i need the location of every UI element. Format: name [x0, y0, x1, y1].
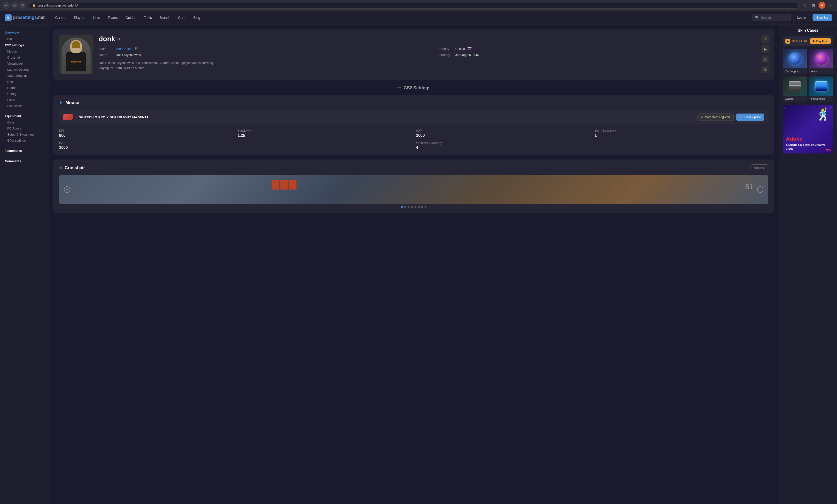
dpi-label: DPI	[59, 129, 233, 132]
team-value[interactable]: Team Spirit	[116, 47, 131, 51]
nav-tools[interactable]: Tools	[141, 14, 155, 21]
sidebar-hud[interactable]: Hud	[0, 79, 48, 85]
lock-icon: 🔒	[32, 4, 36, 7]
ad-character: 🕺	[816, 107, 831, 122]
star-button[interactable]: ☆	[801, 2, 808, 9]
ad-banner[interactable]: ℹ ✕ 🕺 Adobe Students save 70% on Creativ…	[783, 105, 833, 154]
search-box[interactable]: 🔍	[752, 14, 791, 21]
aces-case-image	[809, 49, 833, 68]
twitch-icon[interactable]: ▶	[762, 45, 769, 53]
mouse-stats-grid-2: Hz 1000 Windows Sensitivity 4	[59, 141, 768, 150]
logitech-icon: ⊙	[701, 115, 704, 119]
profile-card: BetBoom donk Team Team Spirit 🏴 Coun	[53, 29, 774, 80]
sidebar-teammates[interactable]: Teammates	[0, 147, 48, 154]
cfs-logo: cfs	[397, 86, 402, 90]
mouse-product-actions: ⊙ More from Logitech 🛒 Check price	[697, 113, 764, 121]
mouse-product-image	[63, 114, 73, 120]
back-button[interactable]: ←	[3, 2, 10, 9]
crosshair-title: ⊕ Crosshair	[59, 165, 85, 170]
more-from-logitech-button[interactable]: ⊙ More from Logitech	[697, 113, 734, 121]
sidebar-video-settings[interactable]: Video Settings	[0, 73, 48, 79]
slide-dot-2[interactable]	[404, 206, 406, 208]
sidebar-bio[interactable]: Bio	[0, 36, 48, 42]
search-input[interactable]	[761, 16, 785, 19]
slide-dot-6[interactable]	[418, 206, 420, 208]
sidebar-cs2-settings[interactable]: CS2 settings	[0, 42, 48, 49]
skin-case-cyborg[interactable]: Cyborg	[783, 76, 807, 102]
player-name: donk	[99, 35, 115, 43]
instagram-icon[interactable]: □	[762, 55, 769, 63]
sidebar-pc-specs[interactable]: PC Specs	[0, 125, 48, 131]
sidebar-section-overview: Overview Bio CS2 settings Mouse Crosshai…	[0, 29, 48, 109]
sidebar-launch-options[interactable]: Launch Options	[0, 67, 48, 73]
slide-dot-7[interactable]	[421, 206, 423, 208]
forward-button[interactable]: →	[11, 2, 18, 9]
mouse-title: 🖱 Mouse	[59, 100, 79, 105]
twitter-icon[interactable]: 𝕏	[762, 35, 769, 43]
nav-blog[interactable]: Blog	[190, 14, 203, 21]
prosettings-chest	[815, 81, 827, 91]
slide-dot-4[interactable]	[411, 206, 413, 208]
check-price-button[interactable]: 🛒 Check price	[736, 113, 764, 121]
user-avatar-button[interactable]: A	[819, 2, 825, 9]
nav-players[interactable]: Players	[70, 14, 89, 21]
crosshair-header: ⊕ Crosshair Copy ⧉	[59, 164, 768, 171]
sidebar-crosshair[interactable]: Crosshair	[0, 54, 48, 60]
sidebar-gear[interactable]: Gear	[0, 119, 48, 125]
sidebar-config[interactable]: Config	[0, 91, 48, 97]
name-value: Danil Kryshkovets	[116, 53, 141, 57]
sidebar-viewmodel[interactable]: Viewmodel	[0, 60, 48, 67]
menu-button[interactable]: ⋮	[827, 2, 834, 9]
meta-country: Country Russia 🇷🇺	[438, 47, 768, 51]
refresh-button[interactable]: ↻	[19, 2, 26, 9]
player-silhouette: BetBoom	[61, 37, 91, 74]
sidebar-gpu-settings[interactable]: GPU settings	[0, 138, 48, 144]
steam-icon[interactable]: ⊛	[762, 66, 769, 73]
extensions-button[interactable]: ⊡	[810, 2, 817, 9]
sidebar-radar[interactable]: Radar	[0, 85, 48, 91]
crosshair-dot	[67, 189, 68, 190]
windows-sensitivity-label: Windows Sensitivity	[416, 141, 768, 145]
ad-close-button[interactable]: ✕	[830, 107, 832, 110]
skin-case-prosettings[interactable]: ProSettings	[809, 76, 833, 102]
slide-dot-3[interactable]	[408, 206, 410, 208]
sidebar-equipment[interactable]: Equipment	[0, 113, 48, 119]
url-text: prosettings.net/players/donk/	[38, 4, 78, 7]
sidebar-mouse[interactable]: Mouse	[0, 49, 48, 54]
slide-dot-8[interactable]	[425, 206, 427, 208]
signup-button[interactable]: Sign Up	[813, 14, 832, 21]
copy-button[interactable]: Copy ⧉	[750, 164, 768, 171]
clash-logo: ◆ CLASH.GG	[785, 39, 807, 43]
play-free-button[interactable]: ▶ Play Free	[810, 38, 831, 44]
sidebar-skins[interactable]: Skins	[0, 97, 48, 103]
cs2-settings-title: CS2 Settings	[404, 86, 431, 91]
sapphire-case-image	[783, 49, 807, 68]
nav-brands[interactable]: Brands	[156, 14, 174, 21]
cyborg-chest	[789, 81, 801, 91]
clash-icon: ◆	[785, 39, 790, 43]
logo-icon: ⚙	[5, 14, 12, 21]
ad-info-icon[interactable]: ℹ	[784, 107, 785, 109]
player-name-row: donk	[99, 35, 768, 43]
logo[interactable]: ⚙ prosettings.net	[5, 14, 44, 21]
sidebar-overview[interactable]: Overview	[0, 29, 48, 36]
sidebar-comments[interactable]: Comments	[0, 158, 48, 164]
nav-teams[interactable]: Teams	[104, 14, 121, 21]
skin-case-aces[interactable]: Aces	[809, 49, 833, 74]
nav-gear[interactable]: Gear	[175, 14, 189, 21]
sidebar-setup-streaming[interactable]: Setup & Streaming	[0, 131, 48, 138]
nav-games[interactable]: Games	[52, 14, 70, 21]
skin-case-sapphire[interactable]: 5% Sapphire	[783, 49, 807, 74]
nav-lists[interactable]: Lists	[90, 14, 103, 21]
slide-dot-1[interactable]	[401, 206, 403, 208]
sidebar-skin-cases[interactable]: Skin cases	[0, 103, 48, 109]
slide-dot-5[interactable]	[414, 206, 416, 208]
login-button[interactable]: Log In	[793, 14, 810, 21]
search-icon: 🔍	[755, 16, 759, 19]
address-bar[interactable]: 🔒 prosettings.net/players/donk/	[29, 2, 799, 9]
meta-birthday: Birthday January 25, 2007	[438, 53, 768, 57]
birthday-value: January 25, 2007	[455, 53, 480, 57]
nav-guides[interactable]: Guides	[122, 14, 140, 21]
play-free-label: Play Free	[816, 40, 828, 42]
clash-name: CLASH.GG	[792, 39, 807, 43]
